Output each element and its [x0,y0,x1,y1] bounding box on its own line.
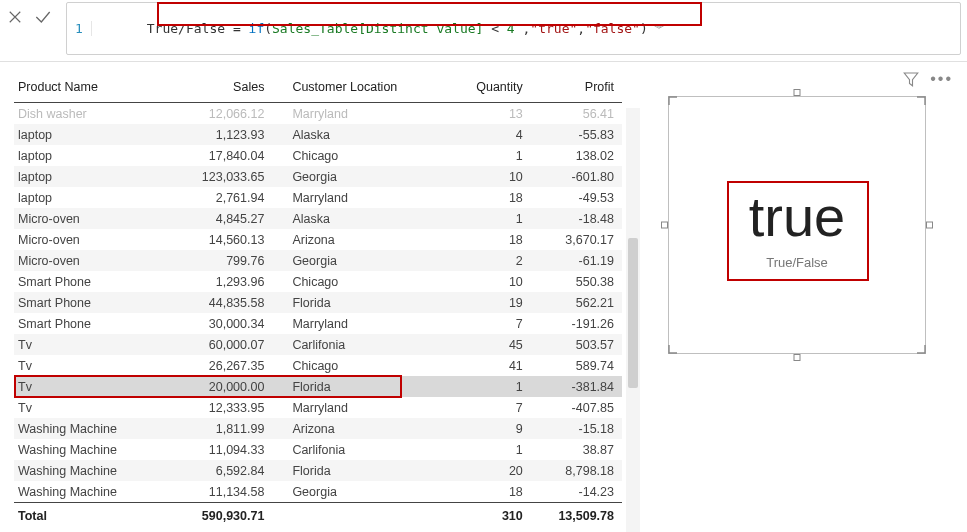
cancel-icon[interactable] [4,6,26,28]
col-product[interactable]: Product Name [14,70,171,103]
cell-location: Marryland [272,397,449,418]
cell-quantity: 7 [450,313,531,334]
cell-product: laptop [14,187,171,208]
cell-product: laptop [14,166,171,187]
table-row[interactable]: Smart Phone30,000.34Marryland7-191.26 [14,313,622,334]
compare-op: < [483,21,506,36]
resize-handle-mr[interactable] [926,222,933,229]
false-string: "false" [585,21,640,36]
col-quantity[interactable]: Quantity [450,70,531,103]
cell-product: Smart Phone [14,292,171,313]
cell-profit: -407.85 [531,397,622,418]
table-header-row: Product Name Sales Customer Location Qua… [14,70,622,103]
cell-location: Arizona [272,418,449,439]
cell-product: Micro-oven [14,229,171,250]
filter-icon[interactable] [902,70,920,91]
scrollbar-thumb[interactable] [628,238,638,388]
table-row[interactable]: Washing Machine11,134.58Georgia18-14.23 [14,481,622,503]
cell-location: Carlifonia [272,439,449,460]
cell-profit: 503.57 [531,334,622,355]
cell-quantity: 1 [450,208,531,229]
table-row[interactable]: Washing Machine6,592.84Florida208,798.18 [14,460,622,481]
cell-sales: 123,033.65 [171,166,272,187]
cell-sales: 12,333.95 [171,397,272,418]
resize-handle-bl[interactable] [668,340,682,354]
col-sales[interactable]: Sales [171,70,272,103]
true-string: "true" [530,21,577,36]
cell-quantity: 13 [450,103,531,125]
cell-sales: 799.76 [171,250,272,271]
table-row[interactable]: Dish washer12,066.12Marryland1356.41 [14,103,622,125]
cell-product: Tv [14,397,171,418]
table-row[interactable]: Micro-oven799.76Georgia2-61.19 [14,250,622,271]
cell-sales: 11,094.33 [171,439,272,460]
visual-header-icons: ••• [902,70,953,91]
resize-handle-bm[interactable] [794,354,801,361]
formula-action-icons [2,2,60,28]
table-row[interactable]: Washing Machine1,811.99Arizona9-15.18 [14,418,622,439]
resize-handle-tm[interactable] [794,89,801,96]
cell-location: Georgia [272,250,449,271]
cell-quantity: 19 [450,292,531,313]
total-profit: 13,509.78 [531,503,622,530]
cell-profit: -61.19 [531,250,622,271]
commit-icon[interactable] [32,6,54,28]
table-ref: Sales_Table [272,21,358,36]
more-options-icon[interactable]: ••• [930,70,953,91]
table-row[interactable]: laptop2,761.94Marryland18-49.53 [14,187,622,208]
cell-product: Smart Phone [14,313,171,334]
resize-handle-ml[interactable] [661,222,668,229]
table-row[interactable]: laptop1,123.93Alaska4-55.83 [14,124,622,145]
threshold-num: 4 [507,21,515,36]
cell-sales: 1,811.99 [171,418,272,439]
measure-name: True/False [147,21,225,36]
data-table[interactable]: Product Name Sales Customer Location Qua… [14,70,622,529]
col-profit[interactable]: Profit [531,70,622,103]
cell-profit: 138.02 [531,145,622,166]
total-label: Total [14,503,171,530]
cell-location: Chicago [272,271,449,292]
table-row[interactable]: laptop123,033.65Georgia10-601.80 [14,166,622,187]
card-visual-frame[interactable]: true True/False [668,96,926,354]
cell-quantity: 1 [450,376,531,397]
func-if: if [249,21,265,36]
cell-quantity: 20 [450,460,531,481]
cell-quantity: 18 [450,187,531,208]
cell-sales: 12,066.12 [171,103,272,125]
table-row[interactable]: Tv60,000.07Carlifonia45503.57 [14,334,622,355]
cell-sales: 11,134.58 [171,481,272,503]
col-ref: [Distinct value] [358,21,483,36]
table-row[interactable]: Micro-oven4,845.27Alaska1-18.48 [14,208,622,229]
table-row[interactable]: Tv20,000.00Florida1-381.84 [14,376,622,397]
cell-location: Carlifonia [272,334,449,355]
cell-sales: 20,000.00 [171,376,272,397]
resize-handle-br[interactable] [912,340,926,354]
cell-location: Marryland [272,103,449,125]
table-row[interactable]: Micro-oven14,560.13Arizona183,670.17 [14,229,622,250]
table-row[interactable]: Tv26,267.35Chicago41589.74 [14,355,622,376]
cell-product: Micro-oven [14,208,171,229]
table-row[interactable]: Smart Phone1,293.96Chicago10550.38 [14,271,622,292]
table-row[interactable]: Tv12,333.95Marryland7-407.85 [14,397,622,418]
resize-handle-tl[interactable] [668,96,682,110]
formula-text[interactable]: True/False = if(Sales_Table[Distinct val… [100,5,648,52]
cell-product: laptop [14,124,171,145]
cell-product: Tv [14,376,171,397]
cell-profit: -18.48 [531,208,622,229]
col-location[interactable]: Customer Location [272,70,449,103]
resize-handle-tr[interactable] [912,96,926,110]
cell-quantity: 1 [450,145,531,166]
formula-editor[interactable]: 1 True/False = if(Sales_Table[Distinct v… [66,2,961,55]
cell-location: Florida [272,292,449,313]
card-label: True/False [749,255,846,270]
cell-sales: 14,560.13 [171,229,272,250]
table-row[interactable]: laptop17,840.04Chicago1138.02 [14,145,622,166]
table-row[interactable]: Washing Machine11,094.33Carlifonia138.87 [14,439,622,460]
content-area: Product Name Sales Customer Location Qua… [0,62,967,532]
cell-profit: 38.87 [531,439,622,460]
formula-expand-icon[interactable]: ︾ [648,21,666,36]
table-scrollbar[interactable] [626,108,640,532]
cell-profit: 56.41 [531,103,622,125]
table-row[interactable]: Smart Phone44,835.58Florida19562.21 [14,292,622,313]
cell-profit: -49.53 [531,187,622,208]
